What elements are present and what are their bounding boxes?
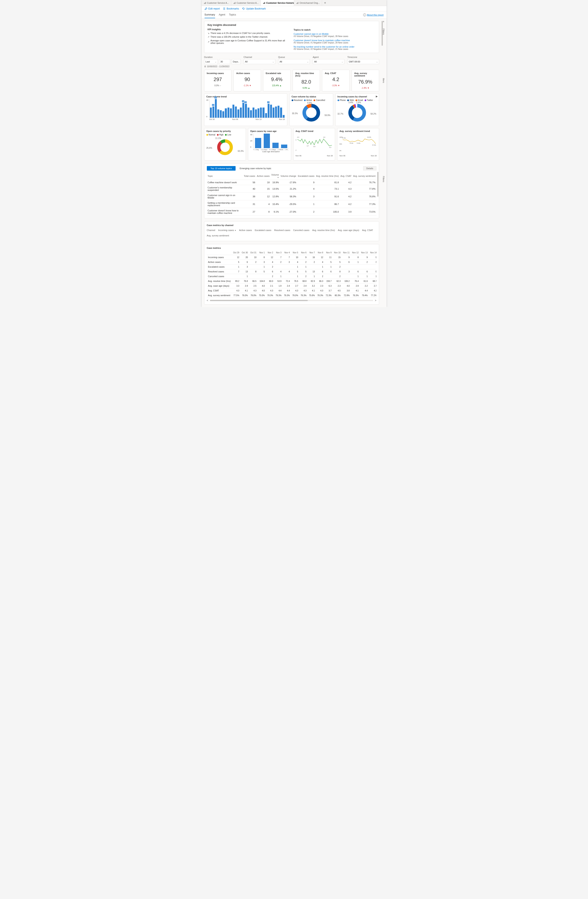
- column-header[interactable]: Avg. resolve time (hrs): [312, 229, 335, 232]
- kpi-title: Avg. resolve time (hrs): [295, 72, 318, 77]
- kpi-value: 76.9%: [354, 79, 377, 85]
- kpi-card: Incoming cases2970.0% --: [204, 70, 231, 91]
- report-toolbar: Edit report Bookmarks Update Bookmark: [202, 6, 387, 12]
- column-header[interactable]: Active cases: [256, 172, 270, 180]
- column-header[interactable]: Escalated cases: [255, 229, 272, 232]
- topic-watch-link[interactable]: Customer doesn't know how to maintain co…: [294, 39, 376, 42]
- column-header[interactable]: Topic: [207, 172, 243, 180]
- topic-sub: #3 Volume Driver, #3 Negative CSAT impac…: [294, 35, 376, 37]
- scrollbar-vertical[interactable]: [381, 21, 383, 304]
- channel-select[interactable]: All: [244, 59, 275, 64]
- emerging-volume-tab[interactable]: Emerging case volume by topic: [240, 167, 272, 170]
- trend-icon: ↗: [208, 41, 209, 43]
- browser-tab[interactable]: Omnichannel Ong...: [294, 0, 322, 6]
- timezone-select[interactable]: GMT-08:00: [347, 59, 379, 64]
- column-header[interactable]: Canceled cases: [293, 229, 309, 232]
- line-chart: 4 2 4.3 3.7 3.6 4.6 3.3: [296, 134, 333, 154]
- date-column: Nov 4: [283, 250, 291, 255]
- kpi-card: Avg. resolve time (hrs)82.09.9% ▲: [293, 70, 320, 91]
- column-header[interactable]: Incoming cases ▼: [218, 229, 236, 232]
- card-title: Case metrics: [207, 247, 377, 249]
- details-button[interactable]: Details: [363, 166, 377, 170]
- column-header[interactable]: Avg. CSAT: [340, 172, 352, 180]
- trend-icon: ↗: [208, 36, 209, 38]
- kpi-delta: -1.9% ▼: [354, 87, 377, 89]
- table-row[interactable]: Customer cannot sign in on Mobile381212.…: [207, 193, 377, 201]
- metrics-scroll-area[interactable]: Oct 29Oct 30Oct 31Nov 1Nov 2Nov 3Nov 4No…: [207, 250, 377, 298]
- duration-amount-input[interactable]: 30: [219, 59, 230, 64]
- browser-tab-active[interactable]: Customer Service historic... ×: [261, 0, 294, 6]
- svg-text:3.3: 3.3: [329, 147, 331, 148]
- column-header[interactable]: Escalated cases: [297, 172, 315, 180]
- channel-columns: ChannelIncoming cases ▼Active casesEscal…: [207, 229, 377, 237]
- edit-report-button[interactable]: Edit report: [205, 7, 220, 10]
- tab-label: Customer Service historic...: [266, 2, 294, 4]
- browser-tab[interactable]: Customer Service A...: [231, 0, 261, 6]
- topic-sub: #5 Volume Driver, #1 Negative CSAT impac…: [294, 42, 376, 44]
- legend-item: Resolved: [292, 99, 302, 101]
- tab-summary[interactable]: Summary: [205, 12, 215, 18]
- browser-tab[interactable]: Customer Service A...: [202, 0, 231, 6]
- svg-text:3.7: 3.7: [307, 145, 309, 147]
- tab-agent[interactable]: Agent: [219, 12, 225, 18]
- kpi-card: Active cases90-1.1% ▼: [233, 70, 261, 91]
- column-header[interactable]: Avg. survey sentiment: [207, 234, 229, 237]
- topic-watch-link[interactable]: Customer cannot sign in on Mobile: [294, 33, 376, 35]
- filter-label: Agent: [313, 56, 344, 58]
- add-tab-button[interactable]: +: [322, 0, 328, 6]
- agent-select[interactable]: All: [313, 59, 344, 64]
- column-header[interactable]: Avg. survey sentiment: [352, 172, 376, 180]
- insights-card: Key insights discovered KPI insights ↘Th…: [204, 21, 379, 53]
- column-header[interactable]: Resolved cases: [274, 229, 290, 232]
- column-header[interactable]: Channel: [207, 229, 215, 232]
- table-row[interactable]: Coffee machine doesn't work561818.9%-17.…: [207, 180, 377, 185]
- refresh-icon: [242, 7, 245, 10]
- table-row[interactable]: Getting a membership card replacement314…: [207, 201, 377, 208]
- scroll-right-button[interactable]: >: [375, 299, 376, 302]
- svg-rect-1: [205, 3, 205, 4]
- bookmarks-button[interactable]: Bookmarks: [223, 7, 239, 10]
- kpi-card: Avg. survey sentiment76.9%-1.9% ▼: [352, 70, 379, 91]
- bar: [260, 108, 262, 118]
- date-column: Nov 11: [342, 250, 351, 255]
- bar: [250, 110, 252, 118]
- card-title: Case metrics by channel: [207, 224, 377, 227]
- queue-select[interactable]: All: [278, 59, 310, 64]
- chevron-right-icon[interactable]: ▶: [376, 95, 378, 98]
- x-axis: Oct 30 Nov 06 Nov 13 Nov 20: [209, 118, 285, 120]
- column-header[interactable]: Avg. CSAT: [362, 229, 373, 232]
- scrollbar-thumb[interactable]: [377, 172, 378, 197]
- column-header[interactable]: Volume▼: [270, 172, 280, 180]
- column-header[interactable]: Volume change: [279, 172, 297, 180]
- legend: ResolvedActiveCancelled: [292, 99, 331, 101]
- kpi-insight-line: ↗There was a 100.0% volume spike in the …: [208, 36, 290, 38]
- kpi-row: Incoming cases2970.0% --Active cases90-1…: [204, 70, 379, 91]
- duration-mode-select[interactable]: Last: [204, 59, 218, 64]
- top-volume-tab[interactable]: Top 10 volume topics: [207, 166, 236, 171]
- column-header[interactable]: Active cases: [239, 229, 252, 232]
- tab-label: Customer Service A...: [237, 2, 259, 4]
- legend: PhoneWebEmailTwitter: [338, 99, 377, 101]
- about-report-link[interactable]: i About this report: [363, 14, 384, 16]
- kpi-card: Avg. CSAT4.2-3.3% ▼: [322, 70, 350, 91]
- table-row[interactable]: Customer's membership suspended401513.5%…: [207, 185, 377, 193]
- svg-text:71.0%: 71.0%: [357, 142, 360, 144]
- topic-watch-link[interactable]: No tracking number send to the customer …: [294, 45, 376, 48]
- legend-item: Cancelled: [313, 99, 325, 101]
- date-column: Oct 30: [241, 250, 249, 255]
- svg-text:4.3: 4.3: [297, 136, 299, 138]
- column-header[interactable]: Avg. resolve time (hrs): [315, 172, 340, 180]
- line-chart: 100% 50% 0% 77.5% 72.3% 71.0% 81.0% 57.0…: [340, 134, 377, 154]
- table-row[interactable]: Customer doesn't know how to maintain co…: [207, 208, 377, 216]
- duration-unit-select[interactable]: Days: [231, 59, 241, 64]
- tab-topics[interactable]: Topics: [229, 12, 236, 18]
- date-column: Nov 1: [258, 250, 266, 255]
- scroll-left-button[interactable]: <: [207, 299, 208, 302]
- kpi-delta: -3.3% ▼: [325, 84, 347, 87]
- update-bookmark-button[interactable]: Update Bookmark: [242, 7, 266, 10]
- column-header[interactable]: Total cases: [243, 172, 256, 180]
- scrollbar-horizontal[interactable]: [210, 300, 373, 301]
- date-column: Nov 7: [308, 250, 316, 255]
- svg-rect-2: [205, 2, 206, 4]
- column-header[interactable]: Avg. case age (days): [338, 229, 359, 232]
